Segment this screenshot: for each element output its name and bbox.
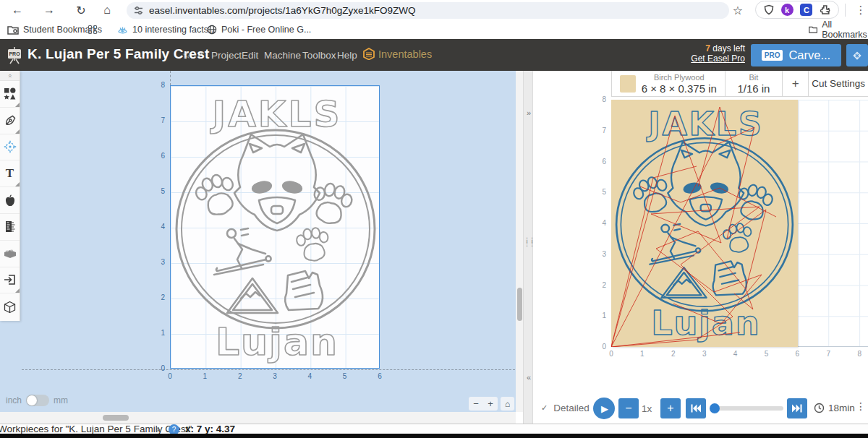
add-bit-button[interactable]: + bbox=[783, 71, 809, 96]
extensions-pill: k C bbox=[755, 1, 839, 19]
material-dimensions: 6 × 8 × 0.375 in bbox=[642, 82, 717, 95]
toolpath-preview-panel: Birch Plywood 6 × 8 × 0.375 in Bit 1/16 … bbox=[533, 71, 868, 424]
zoom-in-button[interactable]: + bbox=[488, 398, 493, 409]
menu-project[interactable]: Project bbox=[211, 50, 242, 61]
bookmark-interesting-facts[interactable]: 10 interesting facts... bbox=[117, 22, 216, 37]
logo-pro-badge: PRO bbox=[9, 51, 20, 56]
origin-tool[interactable] bbox=[0, 134, 20, 161]
scrollbar-thumb[interactable] bbox=[103, 415, 129, 421]
address-bar[interactable]: easel.inventables.com/projects/1a6YkG7h0… bbox=[127, 2, 729, 19]
bit-selector[interactable]: Bit 1/16 in bbox=[726, 71, 783, 96]
3d-view-tool[interactable] bbox=[0, 293, 20, 320]
toolbar-collapse-button[interactable]: « bbox=[0, 71, 20, 81]
expand-panel-button[interactable]: » bbox=[524, 108, 534, 117]
favorite-star-icon[interactable]: ☆ bbox=[182, 49, 192, 61]
browser-toolbar: ← → ↻ ⌂ easel.inventables.com/projects/1… bbox=[0, 0, 868, 20]
panel-divider[interactable]: » ⋮⋮⋮⋮ « bbox=[523, 71, 533, 424]
skip-to-start-button[interactable] bbox=[686, 398, 706, 418]
travel-line bbox=[611, 116, 675, 347]
import-icon bbox=[4, 274, 16, 285]
shell-icon bbox=[117, 25, 128, 35]
home-button[interactable]: ⌂ bbox=[98, 1, 116, 19]
scrollbar-thumb[interactable] bbox=[517, 288, 522, 321]
slider-knob[interactable] bbox=[710, 403, 720, 413]
back-button[interactable]: ← bbox=[9, 1, 26, 19]
menu-help[interactable]: Help bbox=[337, 50, 357, 61]
skip-to-end-button[interactable] bbox=[787, 398, 807, 418]
travel-line bbox=[727, 127, 754, 239]
play-button[interactable]: ▶ bbox=[593, 398, 615, 419]
canvas-horizontal-scrollbar[interactable] bbox=[0, 412, 516, 424]
design-canvas[interactable]: inch mm − + ⌂ bbox=[0, 71, 516, 412]
apps-brick-tool[interactable] bbox=[0, 241, 20, 267]
extensions-puzzle-icon[interactable] bbox=[820, 4, 830, 15]
trial-days: 7 bbox=[705, 43, 710, 53]
measure-tool[interactable] bbox=[0, 214, 20, 241]
get-easel-pro-link[interactable]: Get Easel Pro bbox=[691, 53, 745, 64]
menu-machine[interactable]: Machine bbox=[264, 50, 301, 61]
fullscreen-button[interactable] bbox=[846, 44, 868, 66]
unit-switch[interactable] bbox=[26, 395, 49, 406]
divider-drag-handle[interactable]: ⋮⋮⋮⋮ bbox=[524, 239, 534, 246]
bit-value: 1/16 in bbox=[737, 82, 770, 95]
saved-check-icon: ✓ bbox=[197, 49, 205, 60]
clever-extension-icon[interactable]: C bbox=[800, 4, 812, 16]
carve-button[interactable]: PRO Carve... bbox=[751, 44, 841, 66]
travel-line bbox=[651, 207, 760, 214]
simulation-controls: ✓ Detailed ▶ − 1x + 18min bbox=[533, 394, 868, 423]
bookmark-poki[interactable]: Poki - Free Online G... bbox=[207, 22, 311, 37]
speed-down-button[interactable]: − bbox=[618, 398, 639, 418]
rapid-travel-lines bbox=[611, 100, 798, 347]
unit-mm-label: mm bbox=[54, 395, 68, 405]
menu-toolbox[interactable]: Toolbox bbox=[302, 50, 336, 61]
shield-extension-icon[interactable] bbox=[764, 4, 774, 15]
speed-label: 1x bbox=[642, 403, 652, 414]
all-bookmarks-button[interactable]: All Bookmarks bbox=[809, 22, 868, 37]
simulation-slider[interactable] bbox=[711, 406, 783, 411]
detail-toggle[interactable]: ✓ Detailed bbox=[541, 403, 590, 413]
travel-line bbox=[611, 340, 697, 347]
text-tool-icon: T bbox=[6, 166, 14, 181]
plywood-stock bbox=[611, 100, 798, 347]
speed-up-button[interactable]: + bbox=[660, 398, 681, 418]
bookmark-apps-grid[interactable] bbox=[88, 22, 97, 37]
canvas-vertical-scrollbar[interactable] bbox=[516, 71, 523, 412]
simulation-menu-icon[interactable]: ⋮ bbox=[856, 400, 866, 412]
forward-button[interactable]: → bbox=[41, 1, 58, 19]
apps-apple-tool[interactable] bbox=[0, 187, 20, 214]
zoom-home-button[interactable]: ⌂ bbox=[501, 397, 514, 411]
carve-pro-badge: PRO bbox=[762, 50, 783, 61]
text-tool[interactable]: T bbox=[0, 160, 20, 187]
check-icon: ✓ bbox=[541, 403, 548, 413]
workpiece[interactable] bbox=[170, 85, 380, 369]
material-swatch bbox=[620, 75, 636, 93]
unit-inch-label: inch bbox=[6, 395, 22, 405]
apple-icon bbox=[4, 194, 16, 207]
crest-design[interactable] bbox=[171, 86, 380, 369]
travel-line bbox=[681, 207, 760, 265]
taskbar-edge bbox=[0, 434, 868, 438]
import-tool[interactable] bbox=[0, 267, 20, 294]
pen-tool[interactable] bbox=[0, 108, 20, 134]
material-selector[interactable]: Birch Plywood 6 × 8 × 0.375 in bbox=[612, 71, 726, 96]
workpieces-collapse-icon[interactable]: « bbox=[153, 428, 163, 433]
clock-icon bbox=[814, 403, 825, 413]
folder-managed-icon bbox=[7, 25, 19, 35]
collapse-panel-button[interactable]: « bbox=[524, 373, 534, 382]
browser-menu-icon[interactable]: ⋮ bbox=[855, 1, 867, 19]
refresh-button[interactable]: ↻ bbox=[72, 1, 90, 19]
inventables-brand[interactable]: Inventables bbox=[363, 48, 432, 60]
menu-edit[interactable]: Edit bbox=[242, 50, 258, 61]
bit-label: Bit bbox=[737, 73, 770, 82]
easel-pro-logo[interactable]: PRO bbox=[6, 46, 23, 65]
cut-settings-button[interactable]: Cut Settings bbox=[809, 71, 868, 96]
expand-arrows-icon bbox=[851, 50, 863, 61]
bookmark-star-icon[interactable]: ☆ bbox=[729, 1, 746, 19]
shapes-tool[interactable] bbox=[0, 81, 20, 108]
kami-extension-icon[interactable]: k bbox=[781, 4, 793, 16]
travel-line bbox=[698, 107, 720, 186]
zoom-out-button[interactable]: − bbox=[473, 398, 479, 409]
ruler-icon bbox=[4, 220, 15, 233]
bookmarks-bar: Student Bookmarks 10 interesting facts..… bbox=[0, 20, 868, 39]
travel-line bbox=[681, 188, 720, 202]
